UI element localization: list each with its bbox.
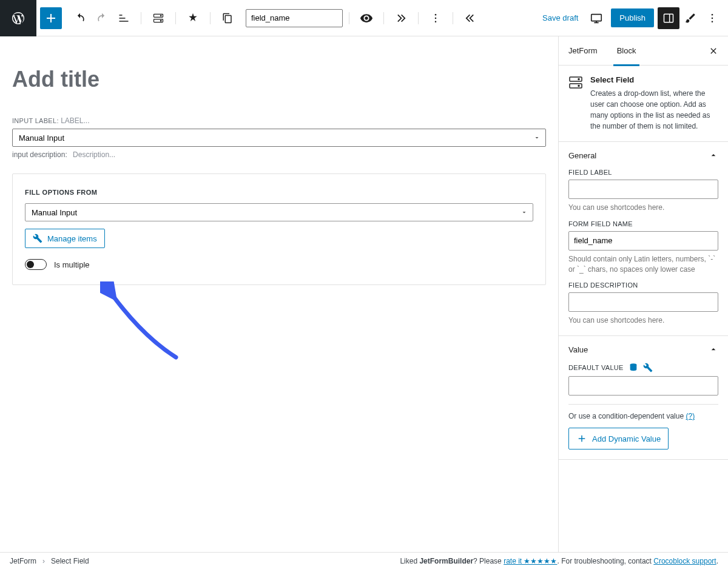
tab-block[interactable]: Block	[607, 36, 646, 66]
svg-point-11	[712, 17, 713, 19]
list-view-button[interactable]	[113, 7, 135, 29]
fill-options-title: FILL OPTIONS FROM	[25, 189, 533, 196]
copy-button[interactable]	[217, 7, 238, 29]
svg-point-6	[435, 21, 437, 22]
annotation-arrow	[100, 281, 185, 366]
panel-general-toggle[interactable]: General	[559, 142, 728, 169]
block-description: Creates a drop-down list, where the user…	[590, 88, 718, 132]
field-description-help: You can use shortcodes here.	[568, 315, 718, 326]
svg-point-10	[712, 13, 713, 15]
main-select-field[interactable]: Manual Input	[12, 129, 546, 147]
editor-canvas: Add title INPUT LABEL: LABEL... Manual I…	[0, 36, 558, 552]
breadcrumb: JetForm › Select Field	[10, 557, 89, 565]
top-toolbar: Save draft Publish	[0, 0, 728, 36]
settings-sidebar: JetForm Block Select Field Creates a dro…	[558, 36, 728, 552]
block-type-button[interactable]	[147, 7, 169, 29]
is-multiple-label: Is multiple	[54, 260, 90, 269]
input-label-placeholder[interactable]: LABEL...	[61, 116, 89, 125]
required-button[interactable]	[182, 7, 204, 29]
manage-items-button[interactable]: Manage items	[25, 229, 105, 248]
default-value-input[interactable]	[568, 376, 718, 396]
support-link[interactable]: Crocoblock support	[653, 557, 716, 565]
close-icon	[709, 46, 718, 56]
toolbar-field-name-input[interactable]	[246, 9, 343, 27]
svg-point-12	[712, 21, 713, 22]
form-field-name-input[interactable]	[568, 231, 718, 251]
panel-value-toggle[interactable]: Value	[559, 336, 728, 363]
svg-point-5	[435, 17, 437, 19]
svg-point-2	[160, 15, 161, 16]
chevron-up-icon	[709, 150, 718, 160]
input-label-prefix: INPUT LABEL:	[12, 117, 59, 124]
field-description-label: FIELD DESCRIPTION	[568, 281, 718, 289]
form-field-name-help: Should contain only Latin letters, numbe…	[568, 254, 718, 275]
svg-point-3	[160, 20, 161, 21]
svg-point-16	[578, 86, 579, 87]
rate-link[interactable]: rate it ★★★★★	[504, 557, 557, 565]
field-label-help: You can use shortcodes here.	[568, 203, 718, 213]
page-title-input[interactable]: Add title	[12, 67, 546, 92]
is-multiple-toggle[interactable]	[25, 259, 47, 270]
breadcrumb-current[interactable]: Select Field	[51, 557, 89, 565]
wrench-icon	[33, 234, 42, 243]
input-description-placeholder[interactable]: Description...	[73, 150, 115, 159]
field-label-input[interactable]	[568, 180, 718, 199]
database-icon[interactable]	[629, 363, 638, 372]
add-dynamic-value-button[interactable]: Add Dynamic Value	[568, 428, 669, 449]
undo-button[interactable]	[69, 7, 91, 29]
select-field-icon	[568, 75, 583, 90]
svg-rect-8	[664, 14, 673, 22]
settings-panel-toggle[interactable]	[658, 7, 679, 29]
condition-text: Or use a condition-dependent value	[568, 412, 686, 420]
redo-button[interactable]	[91, 7, 113, 29]
tab-jetform[interactable]: JetForm	[559, 36, 607, 66]
svg-rect-7	[592, 14, 602, 21]
publish-button[interactable]: Publish	[611, 8, 654, 27]
fill-options-select[interactable]: Manual Input	[25, 203, 533, 221]
block-options-button[interactable]	[425, 7, 447, 29]
field-label-label: FIELD LABEL	[568, 169, 718, 176]
svg-point-15	[578, 79, 579, 80]
input-description-prefix: input description:	[12, 150, 67, 159]
chevron-right-icon: ›	[42, 557, 45, 565]
svg-rect-13	[570, 77, 582, 81]
more-options-button[interactable]	[701, 7, 723, 29]
fill-options-panel: FILL OPTIONS FROM Manual Input Manage it…	[12, 173, 546, 285]
expand-button[interactable]	[390, 7, 412, 29]
wordpress-logo[interactable]	[0, 0, 36, 36]
default-value-label: DEFAULT VALUE	[568, 364, 624, 371]
svg-point-4	[435, 13, 437, 15]
preview-button[interactable]	[585, 7, 607, 29]
breadcrumb-root[interactable]: JetForm	[10, 557, 36, 565]
form-field-name-label: FORM FIELD NAME	[568, 220, 718, 227]
visibility-button[interactable]	[356, 7, 377, 29]
styles-button[interactable]	[679, 7, 701, 29]
footer-message: Liked JetFormBuilder? Please rate it ★★★…	[400, 557, 718, 565]
block-title: Select Field	[590, 75, 718, 84]
collapse-button[interactable]	[459, 7, 481, 29]
svg-rect-14	[570, 84, 582, 88]
add-block-button[interactable]	[40, 7, 62, 29]
editor-footer: JetForm › Select Field Liked JetFormBuil…	[0, 552, 728, 569]
close-sidebar-button[interactable]	[704, 41, 723, 61]
chevron-up-icon	[709, 345, 718, 354]
wrench-icon[interactable]	[643, 363, 653, 372]
plus-icon	[576, 433, 587, 444]
field-description-input[interactable]	[568, 292, 718, 312]
save-draft-button[interactable]: Save draft	[535, 13, 585, 22]
condition-help-link[interactable]: (?)	[686, 412, 695, 420]
